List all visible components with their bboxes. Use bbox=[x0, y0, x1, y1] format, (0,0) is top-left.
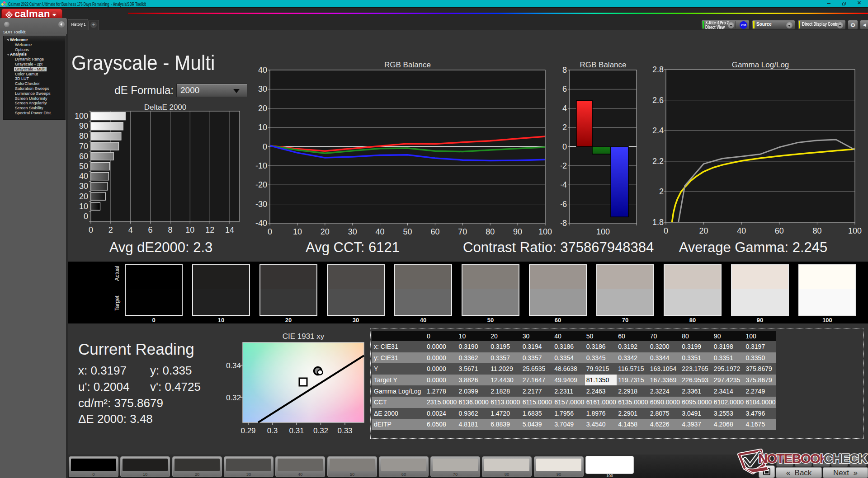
svg-text:70: 70 bbox=[458, 227, 467, 236]
svg-text:0: 0 bbox=[89, 225, 93, 234]
svg-text:4: 4 bbox=[128, 225, 133, 234]
svg-text:20: 20 bbox=[321, 227, 330, 236]
svg-text:10: 10 bbox=[258, 123, 267, 132]
svg-text:0.32: 0.32 bbox=[226, 394, 241, 402]
svg-text:0.34: 0.34 bbox=[226, 361, 241, 370]
svg-text:80: 80 bbox=[79, 131, 88, 141]
svg-text:-30: -30 bbox=[255, 200, 267, 209]
svg-text:30: 30 bbox=[79, 182, 88, 191]
svg-text:-2: -2 bbox=[561, 161, 567, 170]
svg-text:0.31: 0.31 bbox=[289, 426, 304, 435]
svg-text:0: 0 bbox=[268, 227, 272, 236]
svg-text:50: 50 bbox=[403, 227, 412, 236]
svg-text:60: 60 bbox=[430, 227, 439, 236]
svg-text:40: 40 bbox=[737, 226, 746, 235]
svg-text:70: 70 bbox=[79, 142, 88, 151]
svg-text:CHECK: CHECK bbox=[824, 451, 868, 466]
svg-text:0: 0 bbox=[263, 142, 267, 151]
svg-text:0.32: 0.32 bbox=[313, 426, 328, 435]
svg-text:NOTEBOOK: NOTEBOOK bbox=[758, 451, 829, 466]
svg-text:-6: -6 bbox=[561, 200, 567, 209]
svg-text:2: 2 bbox=[562, 123, 567, 132]
svg-text:8: 8 bbox=[168, 225, 172, 234]
svg-text:12: 12 bbox=[205, 225, 214, 234]
svg-text:40: 40 bbox=[79, 172, 88, 181]
svg-text:30: 30 bbox=[258, 84, 267, 94]
svg-text:14: 14 bbox=[225, 225, 234, 234]
svg-text:10: 10 bbox=[293, 227, 302, 236]
svg-text:0.3: 0.3 bbox=[267, 426, 278, 435]
svg-text:2.8: 2.8 bbox=[652, 65, 664, 74]
svg-text:20: 20 bbox=[258, 104, 267, 113]
svg-text:2: 2 bbox=[108, 225, 113, 234]
svg-text:0: 0 bbox=[84, 212, 88, 221]
svg-text:10: 10 bbox=[185, 225, 194, 234]
svg-text:100: 100 bbox=[596, 227, 610, 236]
svg-text:4: 4 bbox=[562, 104, 567, 113]
svg-text:40: 40 bbox=[376, 227, 385, 236]
svg-text:2.6: 2.6 bbox=[652, 96, 664, 105]
svg-text:-8: -8 bbox=[561, 219, 567, 228]
svg-text:0.33: 0.33 bbox=[337, 426, 352, 435]
svg-text:-10: -10 bbox=[255, 161, 267, 170]
svg-text:2.2: 2.2 bbox=[652, 157, 664, 166]
svg-text:20: 20 bbox=[699, 226, 708, 235]
svg-text:0.29: 0.29 bbox=[241, 426, 255, 435]
svg-text:2.4: 2.4 bbox=[652, 126, 664, 135]
svg-text:-4: -4 bbox=[561, 180, 567, 189]
svg-text:90: 90 bbox=[79, 122, 88, 131]
svg-text:20: 20 bbox=[79, 192, 88, 201]
svg-text:8: 8 bbox=[562, 66, 567, 75]
svg-text:40: 40 bbox=[258, 66, 267, 75]
svg-text:2: 2 bbox=[659, 187, 664, 196]
svg-text:80: 80 bbox=[812, 226, 821, 235]
svg-text:10: 10 bbox=[79, 202, 88, 211]
svg-text:60: 60 bbox=[79, 152, 88, 161]
svg-text:50: 50 bbox=[79, 162, 88, 171]
svg-text:1.8: 1.8 bbox=[652, 218, 664, 227]
svg-text:6: 6 bbox=[148, 225, 153, 234]
svg-text:100: 100 bbox=[538, 227, 552, 236]
svg-text:0: 0 bbox=[562, 142, 567, 151]
svg-text:-20: -20 bbox=[255, 180, 267, 189]
svg-text:100: 100 bbox=[848, 226, 862, 235]
svg-text:0: 0 bbox=[664, 226, 668, 235]
svg-text:90: 90 bbox=[513, 227, 522, 236]
svg-text:30: 30 bbox=[348, 227, 357, 236]
svg-text:-40: -40 bbox=[255, 219, 267, 228]
svg-text:6: 6 bbox=[562, 84, 567, 94]
svg-text:60: 60 bbox=[775, 226, 784, 235]
svg-text:80: 80 bbox=[486, 227, 495, 236]
svg-text:100: 100 bbox=[75, 112, 88, 121]
